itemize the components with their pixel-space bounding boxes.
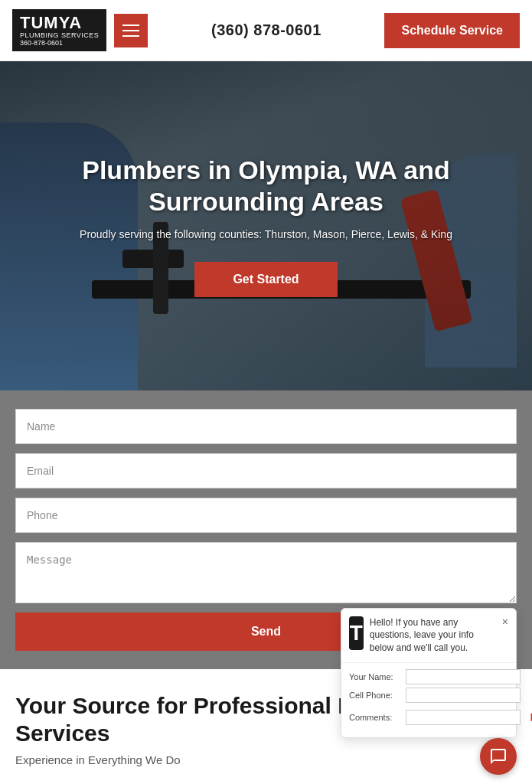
chat-form: Your Name: Cell Phone: Comments: ► [341, 662, 516, 737]
chat-close-button[interactable]: × [502, 616, 508, 627]
hero-section: Plumbers in Olympia, WA and Surrounding … [0, 61, 532, 390]
chat-name-label: Your Name: [349, 672, 401, 681]
header-phone: (360) 878-0601 [211, 21, 321, 39]
chat-bubble-icon [489, 747, 508, 766]
email-input[interactable] [15, 453, 517, 488]
chat-phone-input[interactable] [406, 688, 521, 703]
message-input[interactable] [15, 542, 517, 603]
content-body: With decades of experience in the plumbi… [15, 780, 517, 784]
logo-area: TUMYA PLUMBING SERVICES 360-878-0601 [12, 9, 148, 52]
name-input[interactable] [15, 409, 517, 444]
chat-phone-row: Cell Phone: [349, 688, 508, 703]
menu-icon-line [122, 35, 139, 37]
logo: TUMYA PLUMBING SERVICES 360-878-0601 [12, 9, 106, 52]
content-subtitle: Experience in Everything We Do [15, 753, 517, 766]
menu-icon-line [122, 30, 139, 31]
chat-send-button[interactable]: ► [525, 706, 532, 728]
get-started-button[interactable]: Get Started [194, 262, 337, 297]
chat-phone-label: Cell Phone: [349, 691, 401, 700]
menu-button[interactable] [114, 14, 148, 47]
hero-title: Plumbers in Olympia, WA and Surrounding … [15, 155, 517, 217]
hero-content: Plumbers in Olympia, WA and Surrounding … [0, 61, 532, 390]
site-header: TUMYA PLUMBING SERVICES 360-878-0601 (36… [0, 0, 532, 61]
chat-comments-row: Comments: ► [349, 706, 508, 728]
chat-comments-label: Comments: [349, 713, 401, 722]
hero-subtitle: Proudly serving the following counties: … [80, 228, 452, 240]
chat-comments-input[interactable] [406, 710, 521, 725]
chat-greeting: Hello! If you have any questions, leave … [370, 616, 496, 655]
logo-phone: 360-878-0601 [20, 40, 99, 47]
chat-header: T Hello! If you have any questions, leav… [341, 609, 516, 662]
logo-brand: TUMYA [20, 14, 99, 32]
schedule-service-button[interactable]: Schedule Service [384, 13, 520, 48]
phone-input[interactable] [15, 498, 517, 533]
menu-icon-line [122, 24, 139, 26]
chat-fab-button[interactable] [480, 738, 517, 775]
chat-logo: T [349, 616, 364, 650]
chat-name-row: Your Name: [349, 669, 508, 684]
chat-widget: T Hello! If you have any questions, leav… [341, 608, 517, 738]
chat-name-input[interactable] [406, 669, 521, 684]
